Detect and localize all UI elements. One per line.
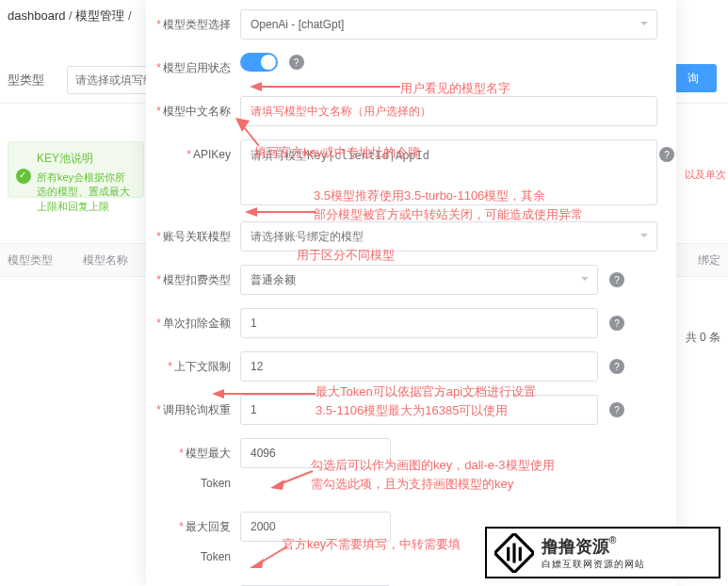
help-icon[interactable]: ? <box>289 55 304 70</box>
help-icon[interactable]: ? <box>659 147 674 162</box>
query-button[interactable]: 询 <box>670 64 717 92</box>
apikey-textarea[interactable] <box>240 139 657 205</box>
breadcrumb: dashboard / 模型管理 / <box>8 8 132 24</box>
filter-label: 型类型 <box>8 72 59 89</box>
enable-switch[interactable] <box>240 53 278 72</box>
help-icon[interactable]: ? <box>609 316 624 331</box>
model-form-modal: *模型类型选择 *模型启用状态 ? *模型中文名称 *APIKey ? *账号关… <box>146 0 676 586</box>
total-text: 共 0 条 <box>686 330 720 346</box>
max-token-input[interactable] <box>240 438 391 468</box>
model-type-select[interactable] <box>240 9 657 40</box>
help-icon[interactable]: ? <box>609 402 624 417</box>
check-circle-icon <box>16 169 31 184</box>
side-text: 以及单次 <box>685 168 726 182</box>
weight-input[interactable] <box>240 395 598 425</box>
logo-icon <box>494 533 534 573</box>
reply-token-input[interactable] <box>240 512 391 542</box>
cn-name-input[interactable] <box>240 96 657 126</box>
fee-type-select[interactable] <box>240 265 598 295</box>
help-icon[interactable]: ? <box>609 359 624 374</box>
watermark: 撸撸资源® 白嫖互联网资源的网站 <box>485 527 720 578</box>
context-input[interactable] <box>240 351 598 382</box>
deduct-input[interactable] <box>240 308 598 338</box>
help-icon[interactable]: ? <box>609 272 624 287</box>
key-pool-alert: KEY池说明 所有key会根据你所选的模型、置成最大上限和回复上限 <box>8 141 144 198</box>
assoc-model-select[interactable] <box>240 221 657 252</box>
